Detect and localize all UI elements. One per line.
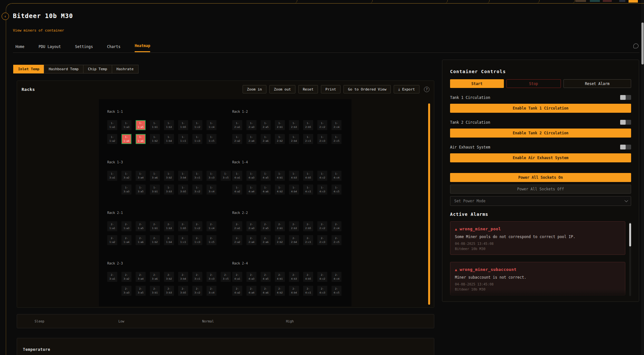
racks-scrollbar[interactable]: [428, 103, 430, 305]
power-all-sockets-on-button[interactable]: Power All Sockets On: [450, 173, 631, 182]
miner-cell-2-3:b5[interactable]: 2-3:b5: [178, 286, 188, 296]
miner-cell-2-1:b3[interactable]: 2-1:b3: [164, 221, 174, 231]
miner-cell-2-2:c2[interactable]: 2-2:c2: [317, 221, 327, 231]
miner-cell-1-3:a3[interactable]: 1-3:a3: [121, 185, 131, 195]
miner-cell-1-4:c1[interactable]: 1-4:c1: [303, 185, 313, 195]
miner-cell-2-4:b3[interactable]: 2-4:b3: [289, 272, 299, 282]
miner-cell-2-4:a2[interactable]: 2-4:a2: [232, 286, 242, 296]
enable-air-exhaust-system-button[interactable]: Enable Air Exhaust System: [450, 153, 631, 162]
miner-cell-2-3:b4[interactable]: 2-3:b4: [178, 272, 188, 282]
miner-cell-1-2:a4[interactable]: 1-2:a4: [246, 134, 256, 144]
miner-cell-2-1:a4[interactable]: 2-1:a4: [121, 235, 131, 245]
miner-cell-2-1:b5[interactable]: 2-1:b5: [178, 221, 188, 231]
reset-alarm-button[interactable]: Reset Alarm: [563, 79, 631, 88]
miner-cell-2-4:c5[interactable]: 2-4:c5: [332, 286, 341, 296]
miner-cell-1-2:c3[interactable]: 1-2:c3: [317, 134, 327, 144]
miner-cell-1-2:a6[interactable]: 1-2:a6: [261, 134, 271, 144]
miner-cell-2-3:a5[interactable]: 2-3:a5: [136, 286, 146, 296]
metric-tab-inlet-temp[interactable]: Inlet Temp: [13, 65, 44, 73]
miner-cell-2-1:b4[interactable]: 2-1:b4: [164, 235, 174, 245]
miner-cell-2-3:a6[interactable]: 2-3:a6: [150, 272, 160, 282]
miner-cell-1-4:b1[interactable]: 1-4:b1: [275, 171, 285, 181]
miner-cell-1-1:a3[interactable]: 1-1:a3: [121, 120, 131, 130]
miner-cell-2-3:c2[interactable]: 2-3:c2: [192, 286, 202, 296]
miner-cell-1-4:a3[interactable]: 1-4:a3: [246, 171, 256, 181]
miner-cell-2-1:c3[interactable]: 2-1:c3: [192, 235, 202, 245]
miner-cell-1-1:a1[interactable]: 1-1:a1: [107, 120, 117, 130]
miner-cell-1-4:a5[interactable]: 1-4:a5: [261, 171, 271, 181]
go-to-ordered-view-button[interactable]: Go to Ordered View: [343, 85, 391, 93]
miner-cell-1-1:a5[interactable]: 1-1:a5: [136, 120, 146, 130]
miner-cell-2-1:c2[interactable]: 2-1:c2: [192, 221, 202, 231]
tab-charts[interactable]: Charts: [107, 44, 120, 52]
miner-cell-2-2:c5[interactable]: 2-2:c5: [332, 235, 341, 245]
miner-cell-2-3:c5[interactable]: 2-3:c5: [221, 272, 231, 282]
miner-cell-2-2:c3[interactable]: 2-2:c3: [317, 235, 327, 245]
metric-tab-hashboard-temp[interactable]: Hashboard Temp: [44, 65, 83, 73]
miner-cell-1-1:b5[interactable]: 1-1:b5: [178, 120, 188, 130]
miner-cell-1-3:b1[interactable]: 1-3:b1: [150, 185, 160, 195]
chat-bubble-icon[interactable]: [633, 43, 639, 48]
miner-cell-1-3:a2[interactable]: 1-3:a2: [121, 171, 131, 181]
miner-cell-2-2:a1[interactable]: 2-2:a1: [232, 221, 242, 231]
tank-1-circulation-toggle[interactable]: [620, 95, 631, 100]
miner-cell-1-3:a6[interactable]: 1-3:a6: [150, 171, 160, 181]
enable-tank-2-circulation-button[interactable]: Enable Tank 2 Circulation: [450, 129, 631, 138]
miner-cell-2-3:c3[interactable]: 2-3:c3: [207, 272, 216, 282]
miner-cell-2-4:c4[interactable]: 2-4:c4: [332, 272, 341, 282]
miner-cell-2-2:c1[interactable]: 2-2:c1: [303, 235, 313, 245]
miner-cell-1-3:c1[interactable]: 1-3:c1: [192, 171, 202, 181]
miner-cell-2-1:a1[interactable]: 2-1:a1: [107, 221, 117, 231]
miner-cell-2-2:a4[interactable]: 2-2:a4: [246, 235, 256, 245]
miner-cell-2-2:b4[interactable]: 2-2:b4: [289, 235, 299, 245]
miner-cell-1-1:a6[interactable]: 1-1:a6: [136, 134, 146, 144]
miner-cell-2-2:a6[interactable]: 2-2:a6: [261, 235, 271, 245]
miner-cell-2-4:a1[interactable]: 2-4:a1: [232, 272, 242, 282]
miner-cell-1-2:c1[interactable]: 1-2:c1: [303, 134, 313, 144]
miner-cell-1-4:b5[interactable]: 1-4:b5: [303, 171, 313, 181]
miner-cell-1-3:a1[interactable]: 1-3:a1: [107, 171, 117, 181]
miner-cell-1-2:b2[interactable]: 1-2:b2: [275, 134, 285, 144]
zoom-in-button[interactable]: Zoom in: [243, 85, 266, 93]
miner-cell-1-2:c5[interactable]: 1-2:c5: [332, 134, 341, 144]
miner-cell-1-1:c5[interactable]: 1-1:c5: [207, 134, 216, 144]
miner-cell-1-2:a2[interactable]: 1-2:a2: [232, 134, 242, 144]
miner-cell-1-4:b2[interactable]: 1-4:b2: [275, 185, 285, 195]
miner-cell-2-1:c4[interactable]: 2-1:c4: [207, 221, 216, 231]
miner-cell-1-4:c3[interactable]: 1-4:c3: [317, 185, 327, 195]
miner-cell-1-3:a4[interactable]: 1-3:a4: [136, 171, 146, 181]
miner-cell-2-3:b1[interactable]: 2-3:b1: [150, 286, 160, 296]
miner-cell-2-4:c1[interactable]: 2-4:c1: [303, 286, 313, 296]
miner-cell-2-3:a1[interactable]: 2-3:a1: [107, 272, 117, 282]
alarms-scrollbar-thumb[interactable]: [629, 223, 631, 246]
miner-cell-1-3:c3[interactable]: 1-3:c3: [207, 171, 216, 181]
miner-cell-2-2:a5[interactable]: 2-2:a5: [261, 221, 271, 231]
miner-cell-1-3:b5[interactable]: 1-3:b5: [178, 185, 188, 195]
miner-cell-1-2:c2[interactable]: 1-2:c2: [317, 120, 327, 130]
miner-cell-2-1:a2[interactable]: 2-1:a2: [107, 235, 117, 245]
miner-cell-1-3:b2[interactable]: 1-3:b2: [164, 171, 174, 181]
page-scrollbar-thumb[interactable]: [641, 23, 644, 64]
miner-cell-2-2:b2[interactable]: 2-2:b2: [275, 235, 285, 245]
miner-cell-1-4:a1[interactable]: 1-4:a1: [232, 171, 242, 181]
miner-cell-1-3:b4[interactable]: 1-3:b4: [178, 171, 188, 181]
miner-cell-2-4:b4[interactable]: 2-4:b4: [289, 286, 299, 296]
alarms-scrollbar-track[interactable]: [629, 222, 631, 296]
miner-cell-2-2:c4[interactable]: 2-2:c4: [332, 221, 341, 231]
miner-cell-2-3:a3[interactable]: 2-3:a3: [121, 286, 131, 296]
miner-cell-2-4:c2[interactable]: 2-4:c2: [317, 272, 327, 282]
miner-cell-2-2:b3[interactable]: 2-2:b3: [289, 221, 299, 231]
metric-tab-hashrate[interactable]: Hashrate: [112, 65, 139, 73]
racks-heatmap-canvas[interactable]: Rack 1-11-1:a11-1:a31-1:a51-1:b11-1:b31-…: [99, 99, 351, 306]
miner-cell-2-4:b1[interactable]: 2-4:b1: [275, 272, 285, 282]
miner-cell-2-4:a5[interactable]: 2-4:a5: [261, 272, 271, 282]
miner-cell-1-4:c4[interactable]: 1-4:c4: [332, 171, 341, 181]
miner-cell-1-1:b1[interactable]: 1-1:b1: [150, 120, 160, 130]
set-power-mode-select[interactable]: Set Power Mode: [450, 196, 631, 206]
miner-cell-2-1:a5[interactable]: 2-1:a5: [136, 221, 146, 231]
miner-cell-1-2:b3[interactable]: 1-2:b3: [289, 120, 299, 130]
miner-cell-1-4:c5[interactable]: 1-4:c5: [332, 185, 341, 195]
miner-cell-2-1:b2[interactable]: 2-1:b2: [150, 235, 160, 245]
miner-cell-1-3:c2[interactable]: 1-3:c2: [192, 185, 202, 195]
print-button[interactable]: Print: [321, 85, 341, 93]
